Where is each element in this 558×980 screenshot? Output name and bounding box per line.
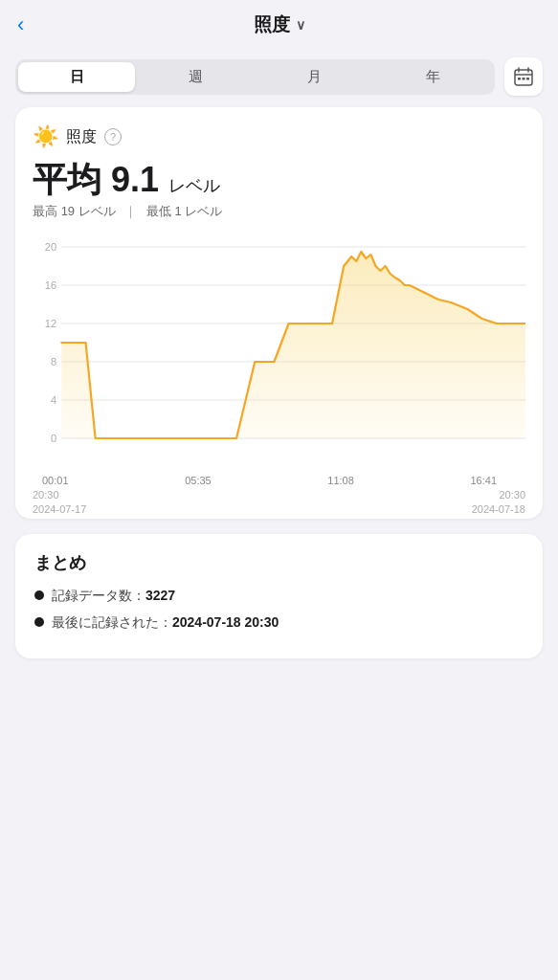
x-label-3: 11:08 [327, 475, 354, 486]
svg-text:20: 20 [45, 241, 56, 253]
tab-group: 日 週 月 年 [15, 59, 495, 95]
stats-low-unit: レベル [185, 204, 222, 218]
svg-text:16: 16 [45, 279, 56, 291]
avg-unit: レベル [168, 176, 220, 195]
average-display: 平均 9.1 レベル [33, 161, 525, 199]
calendar-button[interactable] [504, 57, 543, 96]
info-icon-text: ? [110, 131, 116, 143]
chart-fill [61, 252, 525, 438]
stats-high-label: 最高 [33, 204, 57, 218]
chart-date-labels: 20:30 2024-07-17 20:30 2024-07-18 [33, 486, 525, 518]
chart-container: 20 16 12 8 4 0 00:01 05:35 11:08 16:4 [33, 237, 525, 505]
svg-rect-4 [518, 78, 521, 80]
x-label-2: 05:35 [185, 475, 212, 486]
x-label-1: 00:01 [42, 475, 69, 486]
card-label: 照度 [66, 127, 97, 147]
date-left-date: 2024-07-17 [33, 502, 86, 517]
svg-text:0: 0 [51, 433, 56, 444]
info-button[interactable]: ? [104, 128, 122, 145]
svg-text:12: 12 [45, 318, 56, 329]
svg-text:8: 8 [51, 356, 56, 368]
main-card: ☀️ 照度 ? 平均 9.1 レベル 最高 19 レベル ｜ 最低 1 レベル [15, 107, 543, 519]
summary-count-value: 3227 [145, 588, 175, 603]
x-label-4: 16:41 [470, 475, 497, 486]
date-label-right: 20:30 2024-07-18 [472, 488, 525, 518]
stats-sub: 最高 19 レベル ｜ 最低 1 レベル [33, 203, 525, 220]
stats-low-value: 1 [175, 204, 186, 218]
summary-last-label: 最後に記録された：2024-07-18 20:30 [52, 614, 279, 632]
title-text: 照度 [254, 12, 290, 37]
summary-item-count: 記録データ数：3227 [34, 588, 524, 605]
chart-svg: 20 16 12 8 4 0 [33, 237, 525, 467]
bullet-icon-2 [34, 617, 44, 627]
svg-rect-5 [523, 78, 525, 80]
summary-count-label: 記録データ数：3227 [52, 588, 175, 605]
tab-year[interactable]: 年 [375, 62, 492, 92]
title-chevron-icon[interactable]: ∨ [296, 17, 305, 33]
date-left-time: 20:30 [33, 488, 86, 502]
date-label-left: 20:30 2024-07-17 [33, 488, 86, 518]
header: ‹ 照度 ∨ [0, 0, 558, 50]
svg-text:4: 4 [51, 394, 56, 406]
summary-card: まとめ 記録データ数：3227 最後に記録された：2024-07-18 20:3… [15, 534, 543, 658]
calendar-icon [513, 66, 534, 87]
svg-rect-6 [526, 78, 529, 80]
avg-prefix: 平均 [33, 160, 101, 199]
tab-bar: 日 週 月 年 [0, 50, 558, 103]
card-header: ☀️ 照度 ? [33, 124, 525, 149]
tab-day[interactable]: 日 [18, 62, 135, 92]
stats-sep: ｜ [124, 204, 137, 218]
stats-low-label: 最低 [146, 204, 171, 218]
summary-title: まとめ [34, 551, 524, 574]
stats-high-unit: レベル [78, 204, 116, 218]
avg-value: 9.1 [111, 160, 159, 199]
summary-last-value: 2024-07-18 20:30 [172, 614, 279, 630]
chart-x-labels: 00:01 05:35 11:08 16:41 [33, 471, 525, 486]
sun-icon: ☀️ [33, 124, 58, 149]
tab-month[interactable]: 月 [257, 62, 373, 92]
date-right-date: 2024-07-18 [472, 502, 525, 517]
back-button[interactable]: ‹ [17, 12, 24, 37]
bullet-icon [34, 590, 44, 600]
date-right-time: 20:30 [472, 488, 525, 502]
summary-item-last: 最後に記録された：2024-07-18 20:30 [34, 614, 524, 632]
page-title: 照度 ∨ [254, 12, 305, 37]
tab-week[interactable]: 週 [137, 62, 254, 92]
stats-high-value: 19 [61, 204, 78, 218]
